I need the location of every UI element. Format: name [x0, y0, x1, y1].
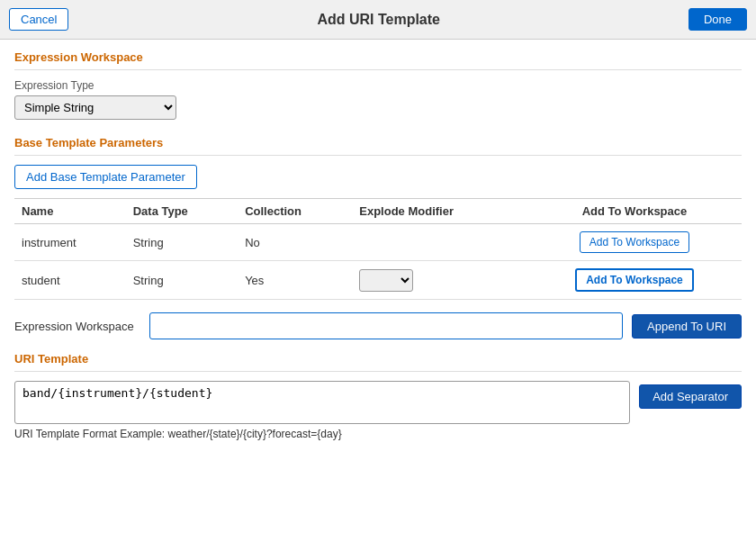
expression-type-label: Expression Type: [14, 79, 742, 92]
uri-template-section: URI Template Add Separator URI Template …: [14, 352, 742, 440]
params-table: Name Data Type Collection Explode Modifi…: [14, 198, 742, 300]
add-base-template-parameter-button[interactable]: Add Base Template Parameter: [14, 165, 197, 189]
expression-type-select[interactable]: Simple String Reserved Fragment Label Pa…: [14, 95, 176, 120]
expression-workspace-input[interactable]: [149, 312, 623, 339]
uri-template-textarea[interactable]: [14, 381, 630, 424]
col-data-type: Data Type: [126, 199, 238, 224]
expression-workspace-section-title: Expression Workspace: [14, 50, 742, 64]
base-template-section: Base Template Parameters Add Base Templa…: [14, 136, 742, 300]
row1-data-type: String: [126, 224, 238, 261]
col-explode-modifier: Explode Modifier: [352, 199, 527, 224]
expression-workspace-row: Expression Workspace Append To URI: [14, 312, 742, 339]
row1-explode-modifier: [352, 224, 527, 261]
row2-add-workspace-cell: Add To Workspace: [527, 261, 742, 300]
main-content: Expression Workspace Expression Type Sim…: [0, 40, 756, 451]
add-separator-button[interactable]: Add Separator: [639, 384, 742, 409]
append-to-uri-button[interactable]: Append To URI: [632, 314, 742, 339]
col-name: Name: [14, 199, 126, 224]
page-title: Add URI Template: [317, 12, 440, 28]
col-add-to-workspace: Add To Workspace: [527, 199, 742, 224]
row1-collection: No: [238, 224, 352, 261]
uri-row: Add Separator: [14, 381, 742, 424]
done-button[interactable]: Done: [688, 8, 747, 31]
divider-1: [14, 69, 742, 70]
base-template-section-title: Base Template Parameters: [14, 136, 742, 149]
uri-format-hint: URI Template Format Example: weather/{st…: [14, 428, 742, 440]
row1-add-workspace-cell: Add To Workspace: [527, 224, 742, 261]
row2-data-type: String: [126, 261, 238, 300]
add-to-workspace-button-1[interactable]: Add To Workspace: [580, 231, 689, 253]
header: Cancel Add URI Template Done: [0, 0, 756, 40]
table-row: instrument String No Add To Workspace: [14, 224, 742, 261]
row2-explode-modifier: [352, 261, 527, 300]
row1-name: instrument: [14, 224, 126, 261]
row2-collection: Yes: [238, 261, 352, 300]
add-to-workspace-button-2[interactable]: Add To Workspace: [575, 268, 694, 292]
divider-2: [14, 155, 742, 156]
col-collection: Collection: [238, 199, 352, 224]
cancel-button[interactable]: Cancel: [9, 8, 68, 31]
row2-name: student: [14, 261, 126, 300]
divider-3: [14, 371, 742, 372]
expression-workspace-label: Expression Workspace: [14, 320, 140, 333]
uri-template-section-title: URI Template: [14, 352, 742, 366]
table-row: student String Yes Add To Workspace: [14, 261, 742, 300]
explode-modifier-select[interactable]: [359, 269, 413, 292]
